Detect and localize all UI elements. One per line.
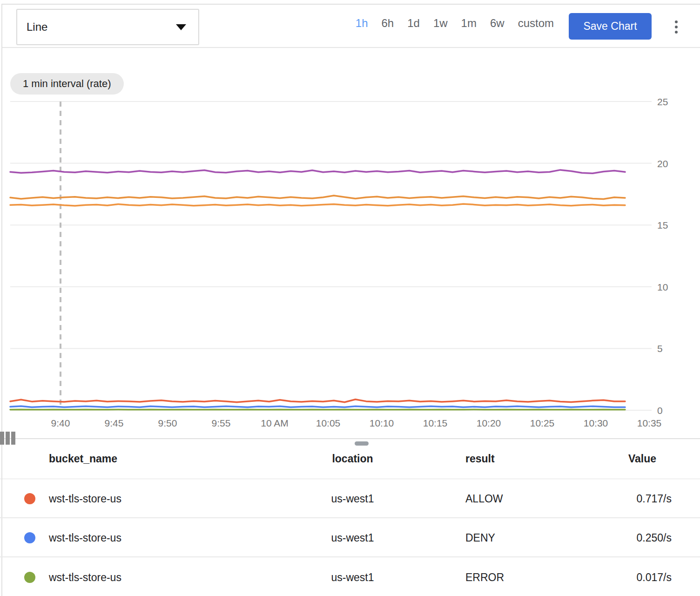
column-settings-icon[interactable] [0,432,700,445]
series-dot [24,493,35,504]
x-tick-label: 10:05 [316,418,341,428]
row-value: 0.717/s [535,492,672,505]
series-line [10,406,625,407]
time-range-6w[interactable]: 6w [490,17,505,30]
row-result: DENY [465,532,495,544]
series-line [10,400,625,402]
time-range-1w[interactable]: 1w [433,17,448,30]
x-tick-label: 10:35 [637,418,662,428]
time-range-custom[interactable]: custom [518,17,554,30]
y-tick-label: 0 [657,405,663,416]
time-range-1d[interactable]: 1d [407,17,420,30]
x-tick-label: 9:55 [212,418,231,428]
y-tick-label: 20 [657,158,668,169]
x-tick-label: 10 AM [261,418,289,428]
x-tick-label: 9:40 [51,418,70,428]
time-range-1h[interactable]: 1h [356,17,368,30]
x-tick-label: 10:15 [423,418,448,428]
header-value[interactable]: Value [535,452,656,465]
row-location: us-west1 [279,532,426,544]
chart-type-dropdown[interactable]: Line [16,9,199,45]
table-row[interactable]: wst-tls-store-us us-west1 DENY 0.250/s [0,519,700,557]
y-tick-label: 5 [657,343,663,354]
x-tick-label: 9:45 [105,418,124,428]
row-result: ALLOW [465,492,503,505]
series-line [10,170,625,173]
row-value: 0.250/s [535,532,672,544]
table-header-row: bucket_name location result Value [0,438,700,479]
series-dot [24,572,35,583]
chevron-down-icon [176,24,186,30]
row-result: ERROR [465,571,504,583]
header-bucket-name[interactable]: bucket_name [49,452,117,465]
series-line [10,196,625,199]
x-tick-label: 10:30 [584,418,608,428]
y-tick-label: 15 [657,220,668,230]
header-location[interactable]: location [279,452,426,465]
y-tick-label: 25 [657,96,668,107]
y-tick-label: 10 [657,282,668,292]
header-result[interactable]: result [465,452,495,465]
series-dot [24,532,35,543]
chart-type-value: Line [27,20,47,34]
row-bucket-name: wst-tls-store-us [49,532,121,544]
x-tick-label: 10:20 [477,418,501,428]
more-options-icon[interactable] [672,17,681,37]
row-location: us-west1 [279,571,426,583]
x-tick-label: 9:50 [158,418,177,428]
row-bucket-name: wst-tls-store-us [49,571,121,583]
time-range-1m[interactable]: 1m [461,17,477,30]
table-row[interactable]: wst-tls-store-us us-west1 ALLOW 0.717/s [0,480,700,518]
time-range-group: 1h6h1d1w1m6wcustom [326,0,554,47]
row-location: us-west1 [279,492,426,505]
row-bucket-name: wst-tls-store-us [49,492,121,505]
series-line [10,204,625,206]
table-row[interactable]: wst-tls-store-us us-west1 ERROR 0.017/s [0,558,700,596]
toolbar-divider [2,47,700,48]
save-chart-button[interactable]: Save Chart [569,13,652,40]
x-tick-label: 10:25 [530,418,555,428]
x-tick-label: 10:10 [370,418,394,428]
line-chart[interactable]: 05101520259:409:459:509:5510 AM10:0510:1… [0,49,700,437]
row-value: 0.017/s [535,571,672,583]
time-range-6h[interactable]: 6h [382,17,394,30]
